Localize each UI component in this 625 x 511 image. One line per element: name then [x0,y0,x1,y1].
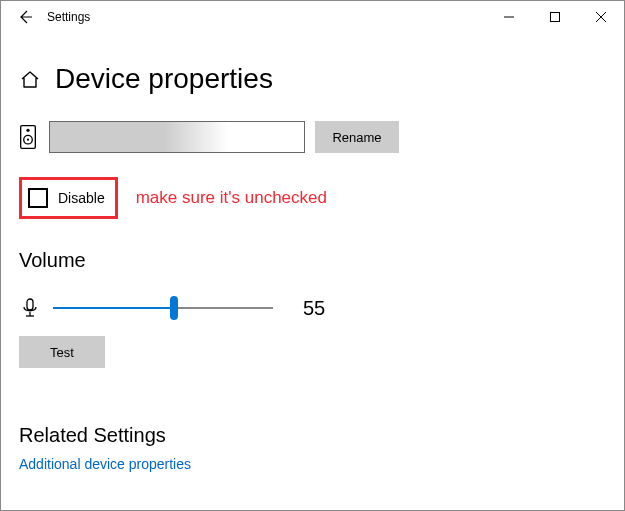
slider-track-filled [53,307,174,309]
disable-checkbox[interactable] [28,188,48,208]
disable-row: Disable make sure it's unchecked [19,177,606,219]
speaker-icon [19,125,37,149]
close-button[interactable] [578,1,624,33]
microphone-icon [19,297,41,319]
device-name-input[interactable] [49,121,305,153]
maximize-button[interactable] [532,1,578,33]
related-section-title: Related Settings [19,424,606,447]
svg-line-2 [596,12,606,22]
additional-device-properties-link[interactable]: Additional device properties [19,456,191,472]
home-icon [19,68,41,90]
window-title: Settings [47,10,90,24]
close-icon [596,12,606,22]
svg-point-5 [26,129,29,132]
minimize-button[interactable] [486,1,532,33]
arrow-left-icon [17,9,33,25]
related-section: Related Settings Additional device prope… [19,424,606,473]
disable-highlight-box: Disable [19,177,118,219]
page-title: Device properties [55,63,273,95]
slider-track-empty [174,307,273,309]
svg-point-7 [27,139,29,141]
svg-rect-8 [27,299,33,310]
test-button[interactable]: Test [19,336,105,368]
back-button[interactable] [7,1,43,33]
volume-section-title: Volume [19,249,606,272]
volume-slider[interactable] [53,296,273,320]
annotation-text: make sure it's unchecked [136,188,327,208]
disable-label: Disable [58,190,105,206]
device-name-row: Rename [19,121,606,153]
maximize-icon [550,12,560,22]
rename-button[interactable]: Rename [315,121,399,153]
volume-row: 55 [19,296,606,320]
home-button[interactable] [19,68,41,90]
svg-line-3 [596,12,606,22]
minimize-icon [504,12,514,22]
titlebar: Settings [1,1,624,33]
content-area: Device properties Rename Disable make su… [1,33,624,491]
heading-row: Device properties [19,63,606,95]
slider-thumb[interactable] [170,296,178,320]
volume-value: 55 [303,297,325,320]
svg-rect-1 [551,13,560,22]
window-controls [486,1,624,33]
